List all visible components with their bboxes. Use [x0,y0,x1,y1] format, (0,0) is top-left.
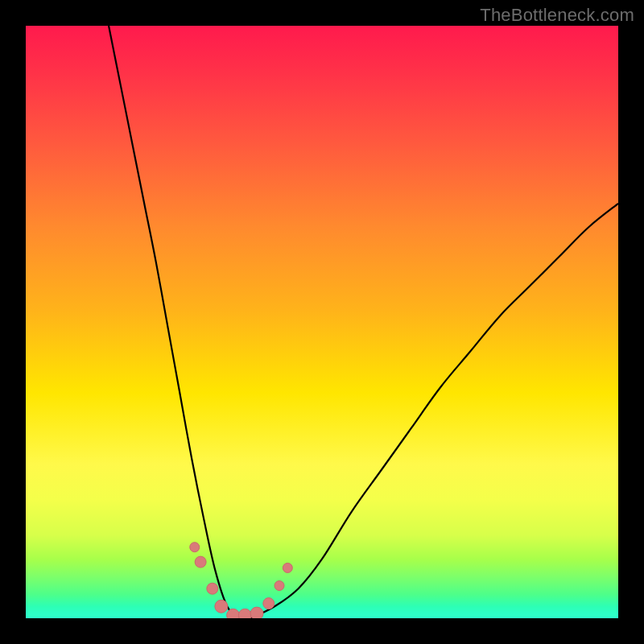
marker-dot [190,543,200,552]
marker-dot [227,609,240,618]
chart-svg [26,26,618,618]
curve-left-arm [109,26,251,618]
curve-right-arm [251,204,618,618]
marker-dot [283,563,292,572]
marker-dot [207,583,218,594]
plot-area [26,26,618,618]
marker-dot [275,581,284,591]
marker-dot [215,600,228,613]
watermark-text: TheBottleneck.com [480,5,634,26]
marker-dot [238,609,251,618]
marker-dot [250,607,263,618]
outer-frame: TheBottleneck.com [0,0,644,644]
marker-dot [263,598,275,609]
curve-group [109,26,618,618]
near-optimal-markers [190,543,293,618]
marker-dot [195,556,206,568]
